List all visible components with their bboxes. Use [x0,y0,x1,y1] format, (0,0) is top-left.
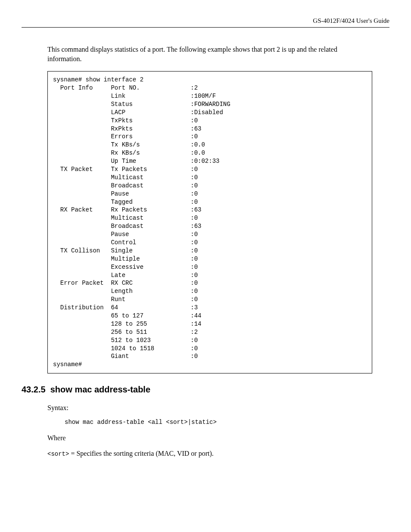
sort-desc-text: = Specifies the sorting criteria (MAC, V… [69,450,213,457]
header-guide: GS-4012F/4024 User's Guide [22,17,389,25]
syntax-label: Syntax: [47,404,372,412]
syntax-code: show mac address-table <all <sort>|stati… [65,419,372,426]
section-heading: 43.2.5 show mac address-table [22,385,372,395]
header-rule [22,27,389,28]
intro-paragraph: This command displays statistics of a po… [47,45,372,63]
section-title: show mac address-table [50,385,150,394]
where-label: Where [47,434,372,442]
sort-token: <sort> [47,451,69,457]
section-number: 43.2.5 [22,385,46,394]
sort-description: <sort> = Specifies the sorting criteria … [47,450,372,457]
terminal-output: sysname# show interface 2 Port Info Port… [47,71,372,373]
